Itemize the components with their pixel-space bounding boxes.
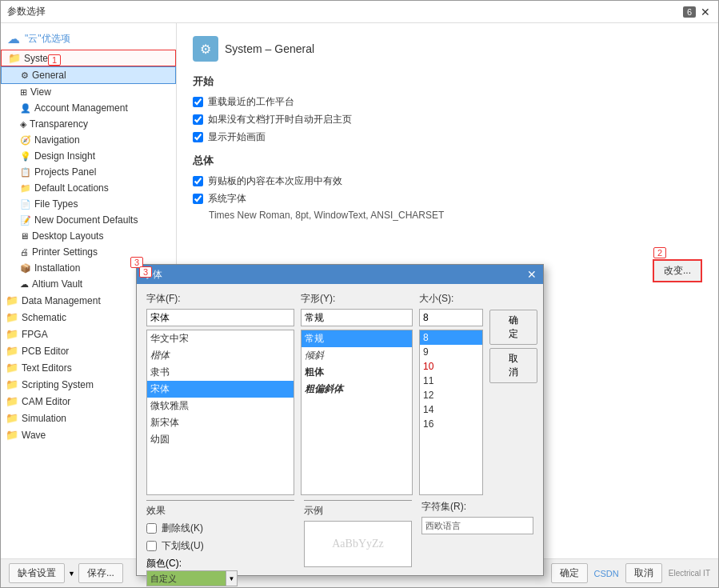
sidebar-item-locations[interactable]: 📁 Default Locations (1, 180, 176, 196)
check-show-start-input[interactable] (193, 132, 203, 142)
font-style-label: 字形(Y): (301, 292, 413, 306)
sidebar-label-transparency: Transparency (30, 118, 88, 130)
system-section: 📁 System ⚙ General ⊞ View 👤 Account Mana… (1, 50, 176, 292)
sidebar-item-newdoc[interactable]: 📝 New Document Defaults (1, 212, 176, 228)
change-font-button[interactable]: 改变... (653, 259, 702, 282)
font-name-input[interactable] (146, 309, 294, 326)
sidebar-label-wave: Wave (22, 430, 46, 441)
check-clipboard: 剪贴板的内容在本次应用中有效 (193, 174, 702, 188)
dropdown-arrow-icon[interactable]: ▼ (68, 570, 75, 578)
item-icon-filetypes: 📄 (20, 199, 31, 210)
folder-icon-pcb: 📁 (6, 345, 18, 357)
font-name-label: 字体(F): (146, 292, 294, 306)
sidebar-item-system[interactable]: 📁 System (1, 50, 176, 66)
font-style-input[interactable] (301, 309, 413, 326)
check-sysfont: 系统字体 (193, 192, 702, 206)
check-clipboard-label: 剪贴板的内容在本次应用中有效 (208, 174, 342, 188)
sidebar-item-filetypes[interactable]: 📄 File Types (1, 196, 176, 212)
font-list-item[interactable]: 华文中宋 (147, 330, 294, 347)
sidebar-item-printer[interactable]: 🖨 Printer Settings (1, 244, 176, 260)
style-list-item-bold[interactable]: 粗体 (302, 364, 412, 381)
dialog-ok-button[interactable]: 确定 (489, 310, 537, 345)
size-list-item-14[interactable]: 14 (420, 402, 482, 417)
sidebar-label-install: Installation (34, 262, 80, 274)
sidebar-item-view[interactable]: ⊞ View (1, 84, 176, 100)
color-swatch[interactable]: 自定义 (146, 570, 226, 586)
size-list-item-8[interactable]: 8 (420, 330, 482, 345)
font-size-input[interactable] (419, 309, 483, 326)
sidebar-item-projects[interactable]: 📋 Projects Panel (1, 164, 176, 180)
dialog-close-button[interactable]: ✕ (527, 268, 537, 281)
dialog-cancel-button[interactable]: 取消 (489, 348, 537, 383)
font-list-item[interactable]: 楷体 (147, 347, 294, 364)
check-sysfont-input[interactable] (193, 194, 203, 204)
charset-input[interactable] (421, 517, 533, 534)
section-icon: ⚙ (193, 36, 218, 62)
style-list-item-normal[interactable]: 常规 (302, 330, 412, 347)
size-list-item-12[interactable]: 12 (420, 388, 482, 402)
size-list-item-11[interactable]: 11 (420, 374, 482, 388)
check-clipboard-input[interactable] (193, 176, 203, 186)
ok-button[interactable]: 确定 (551, 563, 588, 583)
item-icon-design: 💡 (20, 151, 31, 162)
size-list-item-10[interactable]: 10 (420, 359, 482, 374)
sidebar-item-design[interactable]: 💡 Design Insight (1, 148, 176, 164)
bottom-right: 确定 CSDN 取消 Electrical IT (551, 563, 710, 583)
sidebar-label-general: General (32, 70, 66, 81)
sidebar-item-desktop[interactable]: 🖥 Desktop Layouts (1, 228, 176, 244)
sidebar-item-navigation[interactable]: 🧭 Navigation (1, 132, 176, 148)
sidebar-label-scripting: Scripting System (22, 379, 94, 390)
sidebar-item-account[interactable]: 👤 Account Management (1, 100, 176, 116)
check-open-home: 如果没有文档打开时自动开启主页 (193, 113, 702, 126)
sidebar-label-printer: Printer Settings (32, 246, 98, 258)
sidebar-label-locations: Default Locations (34, 182, 109, 194)
section-header: ⚙ System – General (193, 36, 702, 62)
font-list-item[interactable]: 隶书 (147, 364, 294, 381)
font-size-list: 8 9 10 11 12 14 16 (419, 330, 483, 495)
font-list-item[interactable]: 微软雅黑 (147, 398, 294, 414)
sidebar-label-newdoc: New Document Defaults (34, 214, 138, 226)
sidebar-label-filetypes: File Types (34, 198, 78, 210)
save-button[interactable]: 保存... (78, 563, 123, 583)
title-bar-left: 参数选择 (7, 5, 46, 18)
size-list-item-9[interactable]: 9 (420, 345, 482, 359)
sidebar-item-transparency[interactable]: ◈ Transparency (1, 116, 176, 132)
effects-box: 效果 删除线(K) 下划线(U) 颜色(C): 自定义 ▼ (146, 500, 294, 567)
check-recent-platform-input[interactable] (193, 97, 203, 107)
window-badge: 6 (683, 6, 696, 18)
charset-label: 字符集(R): (421, 500, 533, 514)
dialog-content: 字体(F): 华文中宋 楷体 隶书 宋体 微软雅黑 新宋体 幼圆 字形(Y): … (137, 284, 543, 575)
bottom-left: 缺省设置 ▼ 保存... (9, 563, 123, 583)
sidebar-label-pcb: PCB Editor (22, 346, 69, 357)
section-title: System – General (225, 42, 314, 55)
font-list-item[interactable]: 幼圆 (147, 431, 294, 448)
style-list-item-italic[interactable]: 倾斜 (302, 347, 412, 364)
sidebar-label-design: Design Insight (34, 150, 95, 162)
sidebar-label-fpga: FPGA (22, 329, 48, 340)
style-list-item-bold-italic[interactable]: 粗偏斜体 (302, 381, 412, 398)
sidebar-label-simulation: Simulation (22, 413, 66, 424)
defaults-button[interactable]: 缺省设置 (9, 563, 65, 583)
check-show-start-label: 显示开始画面 (208, 130, 266, 144)
item-icon-general: ⚙ (21, 70, 29, 81)
sidebar-label-projects: Projects Panel (34, 166, 96, 178)
brand-sub: Electrical IT (669, 569, 710, 578)
sample-preview: AaBbYyZz (304, 521, 412, 567)
check-strikeout-input[interactable] (146, 523, 157, 534)
check-underline-input[interactable] (146, 541, 157, 551)
color-row: 颜色(C): (146, 557, 294, 570)
font-list-item[interactable]: 新宋体 (147, 414, 294, 431)
font-dialog: 3 字体 ✕ 字体(F): 华文中宋 楷体 隶书 宋体 微软雅黑 新宋体 幼圆 (136, 264, 544, 576)
color-dropdown[interactable]: ▼ (226, 570, 238, 586)
size-list-item-16[interactable]: 16 (420, 417, 482, 431)
sidebar-label-account: Account Management (34, 102, 128, 114)
check-open-home-input[interactable] (193, 114, 203, 125)
close-button[interactable]: ✕ (699, 6, 712, 18)
sidebar-item-general[interactable]: ⚙ General (1, 66, 176, 84)
check-recent-platform-label: 重载最近的工作平台 (208, 95, 294, 109)
item-icon-view: ⊞ (20, 87, 27, 98)
badge-3-overlay: 3 (139, 266, 152, 278)
font-style-col: 字形(Y): 常规 倾斜 粗体 粗偏斜体 (301, 292, 413, 495)
font-list-item-selected[interactable]: 宋体 (147, 381, 294, 398)
cancel-button[interactable]: 取消 (625, 563, 662, 583)
